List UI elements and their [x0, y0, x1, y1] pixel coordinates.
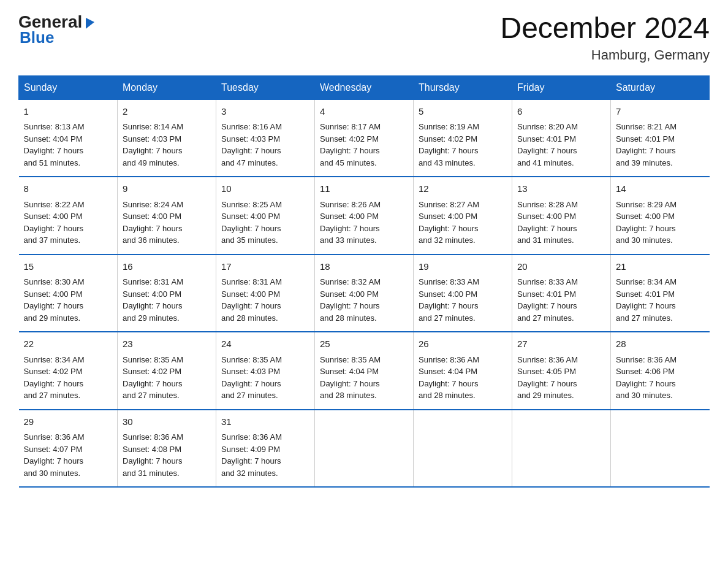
- day-info: Sunrise: 8:35 AM Sunset: 4:04 PM Dayligh…: [320, 354, 408, 402]
- week-row-3: 15Sunrise: 8:30 AM Sunset: 4:00 PM Dayli…: [19, 255, 710, 332]
- day-info: Sunrise: 8:24 AM Sunset: 4:00 PM Dayligh…: [123, 199, 211, 247]
- day-cell: 27Sunrise: 8:36 AM Sunset: 4:05 PM Dayli…: [512, 332, 611, 410]
- day-info: Sunrise: 8:19 AM Sunset: 4:02 PM Dayligh…: [419, 121, 507, 169]
- day-info: Sunrise: 8:32 AM Sunset: 4:00 PM Dayligh…: [320, 276, 408, 324]
- header-day-saturday: Saturday: [611, 75, 710, 99]
- day-number: 15: [24, 260, 113, 274]
- day-number: 10: [221, 182, 309, 196]
- day-cell: 2Sunrise: 8:14 AM Sunset: 4:03 PM Daylig…: [118, 99, 216, 177]
- day-cell: 15Sunrise: 8:30 AM Sunset: 4:00 PM Dayli…: [19, 255, 118, 332]
- day-cell: [315, 410, 414, 488]
- day-cell: 1Sunrise: 8:13 AM Sunset: 4:04 PM Daylig…: [19, 99, 118, 177]
- week-row-4: 22Sunrise: 8:34 AM Sunset: 4:02 PM Dayli…: [19, 332, 710, 410]
- day-info: Sunrise: 8:31 AM Sunset: 4:00 PM Dayligh…: [123, 276, 211, 324]
- day-cell: 25Sunrise: 8:35 AM Sunset: 4:04 PM Dayli…: [315, 332, 414, 410]
- header-day-wednesday: Wednesday: [315, 75, 414, 99]
- day-cell: 30Sunrise: 8:36 AM Sunset: 4:08 PM Dayli…: [118, 410, 216, 488]
- day-info: Sunrise: 8:17 AM Sunset: 4:02 PM Dayligh…: [320, 121, 408, 169]
- header-day-friday: Friday: [512, 75, 611, 99]
- day-info: Sunrise: 8:36 AM Sunset: 4:09 PM Dayligh…: [221, 431, 309, 479]
- day-cell: 10Sunrise: 8:25 AM Sunset: 4:00 PM Dayli…: [216, 177, 315, 255]
- day-number: 26: [419, 337, 507, 351]
- day-number: 6: [517, 105, 605, 119]
- day-number: 28: [616, 337, 705, 351]
- day-cell: 7Sunrise: 8:21 AM Sunset: 4:01 PM Daylig…: [611, 99, 710, 177]
- day-info: Sunrise: 8:26 AM Sunset: 4:00 PM Dayligh…: [320, 199, 408, 247]
- day-info: Sunrise: 8:36 AM Sunset: 4:07 PM Dayligh…: [24, 431, 113, 479]
- day-number: 1: [24, 105, 113, 119]
- day-number: 17: [221, 260, 309, 274]
- day-number: 16: [123, 260, 211, 274]
- day-cell: 17Sunrise: 8:31 AM Sunset: 4:00 PM Dayli…: [216, 255, 315, 332]
- day-cell: [414, 410, 512, 488]
- day-cell: 19Sunrise: 8:33 AM Sunset: 4:00 PM Dayli…: [414, 255, 512, 332]
- day-cell: 28Sunrise: 8:36 AM Sunset: 4:06 PM Dayli…: [611, 332, 710, 410]
- day-info: Sunrise: 8:13 AM Sunset: 4:04 PM Dayligh…: [24, 121, 113, 169]
- day-cell: 26Sunrise: 8:36 AM Sunset: 4:04 PM Dayli…: [414, 332, 512, 410]
- day-number: 18: [320, 260, 408, 274]
- day-cell: 5Sunrise: 8:19 AM Sunset: 4:02 PM Daylig…: [414, 99, 512, 177]
- week-row-1: 1Sunrise: 8:13 AM Sunset: 4:04 PM Daylig…: [19, 99, 710, 177]
- logo: General Blue: [18, 12, 97, 47]
- day-cell: 24Sunrise: 8:35 AM Sunset: 4:03 PM Dayli…: [216, 332, 315, 410]
- svg-marker-0: [86, 18, 94, 29]
- day-cell: 13Sunrise: 8:28 AM Sunset: 4:00 PM Dayli…: [512, 177, 611, 255]
- day-info: Sunrise: 8:34 AM Sunset: 4:01 PM Dayligh…: [616, 276, 705, 324]
- header-day-tuesday: Tuesday: [216, 75, 315, 99]
- day-number: 13: [517, 182, 605, 196]
- day-info: Sunrise: 8:36 AM Sunset: 4:08 PM Dayligh…: [123, 431, 211, 479]
- day-cell: 29Sunrise: 8:36 AM Sunset: 4:07 PM Dayli…: [19, 410, 118, 488]
- day-number: 19: [419, 260, 507, 274]
- day-number: 30: [123, 415, 211, 429]
- day-info: Sunrise: 8:33 AM Sunset: 4:00 PM Dayligh…: [419, 276, 507, 324]
- day-number: 25: [320, 337, 408, 351]
- page-subtitle: Hamburg, Germany: [500, 47, 710, 63]
- day-cell: 22Sunrise: 8:34 AM Sunset: 4:02 PM Dayli…: [19, 332, 118, 410]
- calendar-table: SundayMondayTuesdayWednesdayThursdayFrid…: [18, 75, 710, 488]
- day-info: Sunrise: 8:34 AM Sunset: 4:02 PM Dayligh…: [24, 354, 113, 402]
- day-cell: 8Sunrise: 8:22 AM Sunset: 4:00 PM Daylig…: [19, 177, 118, 255]
- day-number: 27: [517, 337, 605, 351]
- day-number: 24: [221, 337, 309, 351]
- week-row-5: 29Sunrise: 8:36 AM Sunset: 4:07 PM Dayli…: [19, 410, 710, 488]
- day-number: 4: [320, 105, 408, 119]
- day-info: Sunrise: 8:16 AM Sunset: 4:03 PM Dayligh…: [221, 121, 309, 169]
- page-header: General Blue December 2024 Hamburg, Germ…: [18, 12, 710, 63]
- day-number: 12: [419, 182, 507, 196]
- week-row-2: 8Sunrise: 8:22 AM Sunset: 4:00 PM Daylig…: [19, 177, 710, 255]
- day-cell: 20Sunrise: 8:33 AM Sunset: 4:01 PM Dayli…: [512, 255, 611, 332]
- day-info: Sunrise: 8:28 AM Sunset: 4:00 PM Dayligh…: [517, 199, 605, 247]
- day-number: 9: [123, 182, 211, 196]
- day-number: 3: [221, 105, 309, 119]
- day-info: Sunrise: 8:21 AM Sunset: 4:01 PM Dayligh…: [616, 121, 705, 169]
- day-number: 20: [517, 260, 605, 274]
- logo-blue-text: Blue: [20, 28, 54, 47]
- day-info: Sunrise: 8:35 AM Sunset: 4:02 PM Dayligh…: [123, 354, 211, 402]
- logo-triangle-icon: [83, 15, 97, 29]
- day-info: Sunrise: 8:36 AM Sunset: 4:05 PM Dayligh…: [517, 354, 605, 402]
- calendar-body: 1Sunrise: 8:13 AM Sunset: 4:04 PM Daylig…: [19, 99, 710, 487]
- header-day-thursday: Thursday: [414, 75, 512, 99]
- day-info: Sunrise: 8:36 AM Sunset: 4:04 PM Dayligh…: [419, 354, 507, 402]
- day-info: Sunrise: 8:30 AM Sunset: 4:00 PM Dayligh…: [24, 276, 113, 324]
- day-number: 11: [320, 182, 408, 196]
- day-info: Sunrise: 8:20 AM Sunset: 4:01 PM Dayligh…: [517, 121, 605, 169]
- day-number: 22: [24, 337, 113, 351]
- day-cell: [512, 410, 611, 488]
- day-info: Sunrise: 8:36 AM Sunset: 4:06 PM Dayligh…: [616, 354, 705, 402]
- day-cell: 23Sunrise: 8:35 AM Sunset: 4:02 PM Dayli…: [118, 332, 216, 410]
- day-number: 31: [221, 415, 309, 429]
- day-number: 8: [24, 182, 113, 196]
- header-day-sunday: Sunday: [19, 75, 118, 99]
- day-cell: 16Sunrise: 8:31 AM Sunset: 4:00 PM Dayli…: [118, 255, 216, 332]
- day-info: Sunrise: 8:14 AM Sunset: 4:03 PM Dayligh…: [123, 121, 211, 169]
- day-number: 21: [616, 260, 705, 274]
- day-number: 14: [616, 182, 705, 196]
- day-number: 29: [24, 415, 113, 429]
- day-info: Sunrise: 8:35 AM Sunset: 4:03 PM Dayligh…: [221, 354, 309, 402]
- day-number: 2: [123, 105, 211, 119]
- day-cell: 4Sunrise: 8:17 AM Sunset: 4:02 PM Daylig…: [315, 99, 414, 177]
- day-info: Sunrise: 8:22 AM Sunset: 4:00 PM Dayligh…: [24, 199, 113, 247]
- day-number: 23: [123, 337, 211, 351]
- day-cell: 6Sunrise: 8:20 AM Sunset: 4:01 PM Daylig…: [512, 99, 611, 177]
